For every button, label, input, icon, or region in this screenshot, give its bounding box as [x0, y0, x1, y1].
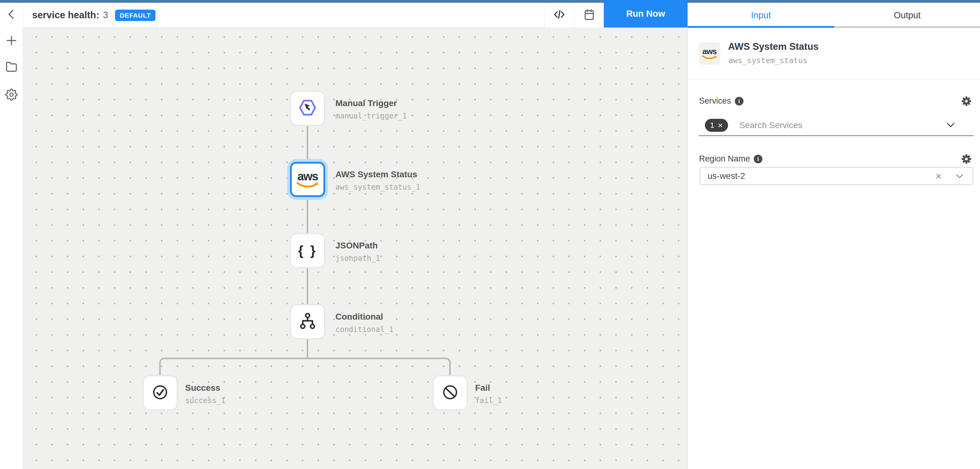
aws-logo-text: aws [298, 171, 318, 182]
node-aws-text: AWS System Status aws_system_status_1 [336, 169, 420, 191]
node-label: AWS System Status [336, 169, 420, 179]
calendar-icon [583, 8, 596, 22]
clear-icon[interactable]: × [935, 171, 942, 181]
node-id: aws_system_status_1 [336, 183, 420, 191]
gear-icon [961, 153, 972, 166]
aws-logo-text: aws [702, 47, 717, 55]
info-icon[interactable]: i [735, 97, 743, 105]
node-aws-system-status[interactable]: aws [290, 162, 325, 197]
connector-line [307, 126, 308, 163]
folder-icon [6, 61, 18, 74]
node-success-text: Success success_1 [185, 383, 225, 405]
tab-bar-divider [834, 26, 980, 28]
check-circle-icon [151, 383, 169, 402]
manual-trigger-icon [298, 99, 317, 118]
tab-output[interactable]: Output [834, 3, 980, 27]
region-name-label: Region Name [699, 154, 750, 164]
node-manual-trigger[interactable] [290, 91, 325, 126]
node-manual-trigger-text: Manual Trigger manual_trigger_1 [336, 98, 407, 120]
panel-divider [688, 79, 980, 80]
node-id: fail_1 [475, 396, 502, 405]
aws-logo-icon: aws [296, 171, 319, 188]
gear-icon [5, 88, 18, 102]
region-input[interactable] [708, 171, 935, 181]
folders-button[interactable] [4, 60, 19, 75]
workflow-version-count: 3 [103, 10, 108, 21]
node-id: manual_trigger_1 [336, 112, 407, 120]
node-id: conditional_1 [336, 325, 393, 334]
aws-logo-icon: aws [702, 47, 717, 60]
panel-node-icon: aws [699, 42, 720, 65]
default-badge: DEFAULT [115, 10, 156, 21]
run-now-button[interactable]: Run Now [604, 0, 687, 27]
node-jsonpath-text: JSONPath jsonpath_1 [336, 241, 380, 263]
info-icon[interactable]: i [754, 155, 762, 163]
chevron-down-icon[interactable] [947, 123, 955, 129]
header-divider [157, 3, 158, 27]
region-select: × [700, 167, 973, 185]
tab-input-label: Input [751, 10, 771, 21]
node-id: success_1 [185, 396, 225, 405]
node-label: JSONPath [336, 241, 380, 250]
node-conditional[interactable] [290, 304, 325, 339]
node-conditional-text: Conditional conditional_1 [336, 312, 393, 334]
tab-output-label: Output [894, 10, 921, 21]
chip-count: 1 [710, 121, 714, 130]
services-selected-chip[interactable]: 1 × [705, 119, 728, 132]
schedule-button[interactable] [574, 3, 604, 27]
settings-button[interactable] [4, 88, 19, 102]
node-id: jsonpath_1 [336, 254, 380, 263]
chip-remove-icon[interactable]: × [718, 121, 722, 129]
gear-icon [961, 96, 972, 108]
branch-icon [299, 312, 317, 331]
chevron-left-icon [6, 8, 18, 21]
services-settings-button[interactable] [960, 96, 972, 108]
panel-node-title: AWS System Status [728, 41, 819, 52]
node-success[interactable] [143, 375, 178, 410]
chevron-down-icon[interactable] [956, 174, 963, 179]
back-button[interactable] [4, 8, 19, 22]
curly-braces-icon: { } [298, 243, 317, 258]
node-jsonpath[interactable]: { } [290, 233, 325, 268]
services-label-row: Services i [699, 96, 743, 106]
node-label: Fail [475, 383, 502, 393]
left-sidebar [0, 3, 23, 469]
region-settings-button[interactable] [960, 153, 972, 166]
tab-input[interactable]: Input [688, 3, 834, 27]
region-label-row: Region Name i [699, 154, 762, 164]
workflow-builder-app: service health: 3 DEFAULT Run Now [0, 0, 980, 469]
top-header: service health: 3 DEFAULT [23, 3, 687, 27]
branch-connector [159, 357, 451, 376]
add-button[interactable] [4, 34, 19, 48]
active-tab-indicator [688, 26, 834, 28]
node-label: Manual Trigger [336, 98, 407, 108]
connector-line [307, 268, 308, 305]
prohibition-icon [441, 383, 459, 402]
services-combobox[interactable]: 1 × Search Services [699, 115, 974, 136]
workflow-title-group: service health: 3 DEFAULT [32, 3, 156, 27]
config-panel: Input Output aws AWS System Status aws_s… [687, 3, 980, 469]
top-accent-strip [0, 0, 980, 3]
node-fail[interactable] [433, 375, 468, 410]
node-fail-text: Fail fail_1 [475, 383, 502, 405]
connector-line [307, 197, 308, 234]
services-label: Services [699, 96, 731, 106]
plus-icon [5, 34, 18, 48]
workflow-title: service health: [32, 10, 99, 21]
code-icon [552, 8, 566, 22]
panel-node-subtitle: aws_system_status [729, 56, 808, 65]
code-view-button[interactable] [544, 3, 574, 27]
services-placeholder: Search Services [740, 120, 803, 130]
connector-line [307, 339, 308, 359]
node-label: Conditional [336, 312, 393, 322]
node-label: Success [185, 383, 225, 393]
